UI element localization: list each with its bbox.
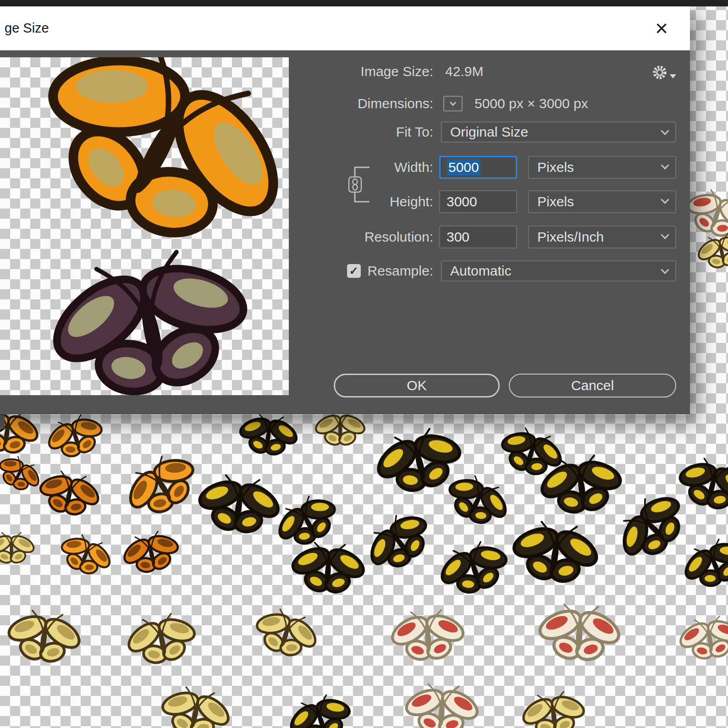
ok-button[interactable]: OK	[334, 374, 500, 397]
butterfly	[0, 593, 89, 684]
dialog-title: ge Size	[5, 21, 49, 36]
cancel-button[interactable]: Cancel	[509, 374, 676, 397]
butterfly	[531, 587, 627, 683]
fit-to-row: Fit To: Original Size	[293, 121, 676, 143]
fit-to-label: Fit To:	[293, 124, 433, 140]
dimensions-row: Dimensions: 5000 px × 3000 px	[293, 92, 588, 115]
resample-row: ✓ Resample: Automatic	[293, 259, 676, 282]
fit-to-value: Original Size	[450, 124, 528, 140]
resolution-unit-value: Pixels/Inch	[537, 229, 604, 245]
image-size-value: 42.9M	[445, 64, 483, 79]
photoshop-screen: ge Size × Image Size: 42.9M Dimensions:	[0, 0, 728, 728]
width-unit-select[interactable]: Pixels	[528, 156, 676, 179]
chevron-down-icon	[450, 99, 456, 106]
butterfly	[277, 677, 364, 728]
height-unit-select[interactable]: Pixels	[528, 190, 676, 213]
preview-image	[0, 57, 289, 395]
height-row: Height: 3000 Pixels	[293, 190, 676, 213]
butterfly	[672, 602, 728, 677]
resolution-value: 300	[447, 229, 469, 245]
width-row: Width: 5000 Pixels	[293, 156, 676, 179]
resolution-input[interactable]: 300	[439, 226, 517, 248]
dimensions-label: Dimensions:	[293, 96, 433, 111]
caret-down-icon	[670, 74, 676, 78]
height-input[interactable]: 3000	[439, 190, 517, 213]
chevron-down-icon	[661, 127, 669, 135]
resample-select[interactable]: Automatic	[441, 260, 676, 281]
butterfly	[0, 524, 37, 574]
dialog-titlebar[interactable]: ge Size ×	[0, 6, 690, 50]
resample-value: Automatic	[450, 263, 511, 279]
image-size-row: Image Size: 42.9M	[293, 60, 483, 83]
height-value: 3000	[447, 194, 477, 210]
check-icon: ✓	[349, 265, 358, 277]
resample-checkbox[interactable]: ✓	[347, 264, 361, 278]
dialog-body: Image Size: 42.9M Dimensions: 5000 px × …	[0, 50, 690, 414]
butterfly	[114, 516, 189, 591]
width-value: 5000	[447, 159, 480, 176]
butterfly	[515, 677, 592, 728]
butterfly	[385, 595, 471, 680]
resolution-row: Resolution: 300 Pixels/Inch	[293, 226, 676, 248]
resample-label: Resample:	[368, 263, 433, 279]
fit-to-select[interactable]: Original Size	[441, 121, 676, 143]
butterfly	[399, 669, 485, 728]
resolution-unit-select[interactable]: Pixels/Inch	[528, 226, 676, 248]
chevron-down-icon	[661, 161, 669, 169]
butterfly	[117, 596, 207, 686]
width-unit-value: Pixels	[537, 160, 574, 175]
app-top-strip	[0, 0, 728, 6]
height-label: Height:	[293, 194, 433, 210]
close-icon[interactable]: ×	[645, 6, 678, 50]
height-unit-value: Pixels	[537, 194, 574, 210]
butterfly	[48, 519, 122, 594]
width-label: Width:	[293, 160, 433, 175]
chevron-down-icon	[661, 195, 669, 204]
width-input[interactable]: 5000	[439, 156, 517, 179]
chevron-down-icon	[661, 231, 669, 239]
image-size-label: Image Size:	[293, 64, 433, 79]
preview-pane[interactable]	[0, 57, 289, 395]
gear-menu-button[interactable]	[651, 62, 679, 83]
resolution-label: Resolution:	[293, 229, 433, 245]
panel-edge	[0, 415, 5, 429]
image-size-dialog: ge Size × Image Size: 42.9M Dimensions:	[0, 6, 690, 415]
dimensions-dropdown-toggle[interactable]	[443, 96, 463, 111]
dimensions-value: 5000 px × 3000 px	[474, 96, 588, 111]
chevron-down-icon	[661, 265, 669, 274]
gear-icon	[651, 64, 668, 81]
